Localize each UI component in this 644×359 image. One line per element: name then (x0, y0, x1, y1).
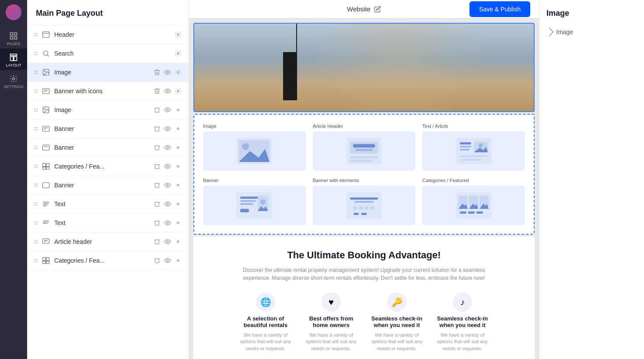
nav-settings[interactable]: SETTINGS (0, 70, 27, 92)
delete-icon[interactable] (154, 144, 161, 151)
canvas-area[interactable]: Image Article Header (189, 18, 539, 359)
drag-handle[interactable] (34, 127, 38, 130)
settings-icon[interactable] (175, 182, 182, 189)
drag-handle[interactable] (34, 240, 38, 243)
template-card-text-article[interactable]: Text / Article (422, 123, 525, 171)
svg-rect-98 (350, 156, 378, 158)
eye-icon[interactable] (164, 182, 171, 189)
sidebar-item-banner-with-icons[interactable]: Banner with icons (27, 82, 189, 101)
delete-icon[interactable] (154, 69, 161, 76)
eye-icon[interactable] (164, 163, 171, 170)
drag-handle[interactable] (34, 52, 38, 55)
sidebar-item-categories2[interactable]: Categories / Fea... (27, 251, 189, 270)
eye-icon[interactable] (164, 144, 171, 151)
drag-handle[interactable] (34, 89, 38, 93)
template-card-categories[interactable]: Categories / Featured (422, 178, 525, 225)
template-card-article-header[interactable]: Article Header (313, 123, 416, 171)
template-card-text-article-label: Text / Article (422, 123, 525, 129)
template-card-banner[interactable]: Banner (203, 178, 306, 225)
avatar[interactable] (6, 4, 21, 20)
settings-icon[interactable] (175, 88, 182, 95)
svg-rect-110 (240, 197, 258, 199)
right-panel: Image Image (539, 0, 644, 359)
svg-rect-73 (244, 24, 246, 94)
delete-icon[interactable] (154, 257, 161, 264)
drag-handle[interactable] (34, 146, 38, 149)
sidebar-item-image[interactable]: Image (27, 63, 189, 82)
settings-icon[interactable] (175, 144, 182, 151)
sidebar-item-categories2-label: Categories / Fea... (54, 257, 149, 264)
drag-handle[interactable] (34, 259, 38, 262)
delete-icon[interactable] (154, 238, 161, 245)
delete-icon[interactable] (154, 182, 161, 189)
sidebar-item-search-label: Search (54, 50, 170, 57)
delete-icon[interactable] (154, 201, 161, 208)
svg-point-7 (13, 78, 15, 80)
nav-pages[interactable]: PAGES (0, 27, 27, 49)
svg-point-39 (167, 165, 168, 167)
drag-handle[interactable] (34, 70, 38, 74)
template-card-banner-preview[interactable] (203, 186, 306, 225)
svg-rect-75 (257, 24, 259, 94)
eye-icon[interactable] (164, 201, 171, 208)
drag-handle[interactable] (34, 221, 38, 225)
template-card-image[interactable]: Image (203, 123, 306, 171)
nav-layout[interactable]: LAYOUT (0, 49, 27, 70)
drag-handle[interactable] (34, 183, 38, 187)
settings-icon[interactable] (175, 201, 182, 208)
eye-icon[interactable] (164, 125, 171, 132)
eye-icon[interactable] (164, 69, 171, 76)
drag-handle[interactable] (34, 33, 38, 36)
settings-icon[interactable] (175, 50, 182, 57)
sidebar-item-banner3[interactable]: Banner (27, 176, 189, 195)
settings-icon[interactable] (175, 163, 182, 170)
settings-icon[interactable] (175, 31, 182, 38)
drag-handle[interactable] (34, 108, 38, 112)
settings-icon[interactable] (175, 69, 182, 76)
eye-icon[interactable] (164, 88, 171, 95)
delete-icon[interactable] (154, 219, 161, 226)
template-card-text-article-preview[interactable] (422, 131, 525, 171)
settings-icon[interactable] (175, 106, 182, 113)
sidebar-item-image2[interactable]: Image (27, 101, 189, 120)
svg-point-92 (242, 143, 249, 150)
template-selector[interactable]: Image Article Header (193, 114, 535, 235)
sidebar-item-text2[interactable]: Text (27, 214, 189, 232)
template-card-article-preview[interactable] (313, 131, 416, 171)
settings-icon[interactable] (175, 257, 182, 264)
template-card-image-preview[interactable] (203, 131, 306, 171)
drag-handle[interactable] (34, 165, 38, 168)
settings-icon[interactable] (175, 125, 182, 132)
svg-rect-36 (46, 163, 49, 166)
eye-icon[interactable] (164, 238, 171, 245)
item-actions-text1 (154, 201, 182, 208)
sidebar-item-banner1[interactable]: Banner (27, 120, 189, 138)
svg-point-58 (167, 241, 168, 243)
settings-icon[interactable] (175, 219, 182, 226)
template-card-categories-preview[interactable] (422, 186, 525, 225)
sidebar-item-text1[interactable]: Text (27, 195, 189, 214)
save-publish-button[interactable]: Save & Publish (469, 1, 530, 17)
sidebar-item-search[interactable]: Search (27, 44, 189, 63)
delete-icon[interactable] (154, 163, 161, 170)
template-card-banner-elements[interactable]: Banner with elements (313, 178, 416, 225)
article-preview-svg (346, 138, 382, 164)
sidebar-item-header[interactable]: Header (27, 25, 189, 44)
eye-icon[interactable] (164, 257, 171, 264)
drag-handle[interactable] (34, 202, 38, 206)
pencil-icon[interactable] (374, 6, 381, 13)
right-panel-image-item[interactable]: Image (546, 25, 637, 39)
feature-icon-0: 🌐 (256, 292, 275, 312)
delete-icon[interactable] (154, 88, 161, 95)
eye-icon[interactable] (164, 106, 171, 113)
delete-icon[interactable] (154, 125, 161, 132)
sidebar-item-banner2[interactable]: Banner (27, 138, 189, 157)
delete-icon[interactable] (154, 106, 161, 113)
sidebar-item-categories1[interactable]: Categories / Fea... (27, 157, 189, 176)
svg-point-12 (177, 53, 179, 54)
settings-icon[interactable] (175, 238, 182, 245)
item-actions-search (175, 50, 182, 57)
template-card-banner-elements-preview[interactable] (313, 186, 416, 225)
sidebar-item-article-header[interactable]: Article header (27, 232, 189, 251)
eye-icon[interactable] (164, 219, 171, 226)
